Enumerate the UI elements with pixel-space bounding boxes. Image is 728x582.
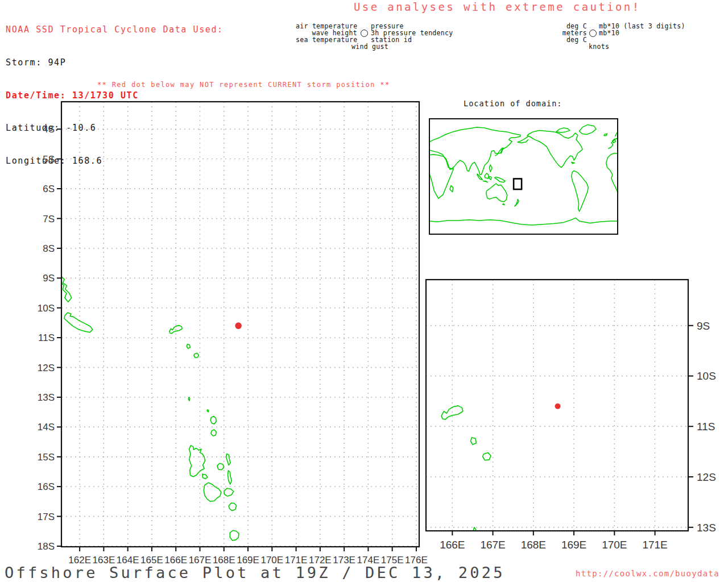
world-britain — [613, 139, 616, 143]
y-tick-label: 11S — [38, 332, 55, 343]
axis-labels: 166E167E168E169E170E171E9S10S11S12S13S — [440, 320, 716, 551]
axis-ticks — [57, 129, 416, 551]
legend-sea-temperature: sea temperature — [296, 37, 357, 44]
y-tick-label: 13S — [697, 522, 716, 534]
island-aoba — [217, 463, 224, 470]
world-canadian-arctic — [556, 128, 570, 132]
world-north-america — [527, 131, 582, 168]
world-coastlines — [429, 124, 618, 225]
island-utupua — [470, 438, 476, 444]
storm-position-warning: ** Red dot below may NOT represent CURRE… — [97, 81, 390, 89]
y-tick-label: 9S — [43, 273, 55, 284]
y-tick-label: 18S — [38, 541, 55, 552]
island-maewo — [226, 454, 231, 465]
x-tick-label: 170E — [602, 539, 627, 551]
world-eurasia — [429, 127, 520, 174]
island-ambrym — [224, 488, 234, 496]
y-tick-label: 11S — [697, 421, 715, 433]
island-gaua — [211, 430, 216, 436]
world-antarctica — [429, 218, 618, 225]
page-title: Offshore Surface Plot at 19Z / DEC 13, 2… — [5, 564, 505, 581]
y-tick-label: 5S — [43, 154, 55, 165]
storm-info-storm: Storm: 94P — [6, 57, 224, 68]
world-australia — [486, 184, 507, 202]
world-location-map — [429, 118, 618, 235]
world-sulawesi — [489, 177, 491, 180]
y-tick-label: 7S — [43, 214, 55, 225]
island-islet-a — [194, 353, 199, 357]
island-espiritu-santo — [189, 446, 205, 477]
world-new-guinea — [495, 177, 506, 182]
y-tick-label: 4S — [43, 124, 55, 135]
zoom-inset-map: 166E167E168E169E170E171E9S10S11S12S13S — [421, 275, 728, 559]
buoydata-link[interactable]: http://coolwx.com/buoydata — [576, 569, 719, 578]
world-new-zealand — [515, 199, 519, 206]
island-epi — [229, 503, 237, 511]
world-borneo — [485, 173, 489, 178]
station-plot-legend: air temperature pressure wave height 3h … — [296, 23, 453, 50]
x-tick-label: 166E — [440, 539, 465, 551]
x-tick-label: 167E — [480, 539, 505, 551]
y-tick-label: 8S — [43, 243, 55, 254]
island-islet-a — [483, 452, 491, 460]
world-philippines — [489, 165, 492, 172]
world-java — [483, 181, 487, 182]
island-islet-c — [207, 410, 209, 412]
storm-info-source: NOAA SSD Tropical Cyclone Data Used: — [6, 24, 224, 35]
y-tick-label: 12S — [38, 363, 55, 373]
storm-position-dot — [235, 322, 242, 329]
coastlines — [421, 322, 559, 559]
y-tick-label: 10S — [38, 303, 55, 314]
y-tick-label: 9S — [697, 320, 710, 332]
y-tick-label: 17S — [38, 512, 55, 522]
world-iceland — [604, 134, 607, 136]
island-malo — [202, 474, 208, 479]
x-tick-label: 171E — [642, 539, 667, 551]
main-surface-map: 162E163E164E165E166E167E168E169E170E171E… — [34, 97, 432, 568]
axis-labels: 162E163E164E165E166E167E168E169E170E171E… — [38, 124, 428, 566]
island-pentecost — [228, 471, 232, 484]
island-solomons-sliver — [60, 276, 72, 302]
caution-banner: Use analyses with extreme caution! — [354, 1, 641, 13]
island-vanikoro — [441, 406, 463, 419]
world-inset-title: Location of domain: — [464, 99, 562, 108]
station-circle-icon — [361, 30, 368, 37]
unit-knots: knots — [547, 44, 685, 51]
coastlines — [60, 276, 239, 541]
x-tick-label: 168E — [521, 539, 546, 551]
world-tasmania — [503, 203, 505, 205]
y-tick-label: 14S — [38, 422, 55, 433]
unit-deg-c-sea: deg C — [547, 37, 587, 44]
x-tick-label: 169E — [561, 539, 586, 551]
units-legend: deg C mb*10 (last 3 digits) meters mb*10… — [547, 23, 685, 50]
island-malakula — [204, 483, 221, 501]
world-africa-left — [429, 155, 454, 198]
world-africa-right — [606, 153, 618, 194]
world-greenland — [580, 124, 597, 134]
world-madagascar — [450, 185, 453, 192]
y-tick-label: 13S — [38, 392, 55, 403]
units-circle-icon — [589, 30, 597, 37]
island-islet-b — [188, 397, 190, 401]
island-utupua — [187, 344, 190, 348]
world-south-america — [572, 171, 589, 211]
y-tick-label: 10S — [697, 370, 716, 382]
world-cuba — [572, 162, 575, 163]
domain-box — [514, 178, 522, 189]
y-tick-label: 16S — [38, 481, 55, 492]
storm-position-dot — [555, 404, 561, 409]
y-tick-label: 15S — [38, 452, 55, 463]
legend-wind-gust: wind gust — [296, 44, 453, 51]
island-makira — [64, 313, 93, 332]
axis-ticks — [452, 326, 693, 535]
y-tick-label: 6S — [43, 184, 55, 194]
world-frame — [429, 119, 618, 234]
island-vanua-lava — [210, 416, 216, 424]
unit-mb10-tendency: mb*10 — [599, 30, 685, 37]
y-tick-label: 12S — [697, 471, 716, 483]
island-efate — [230, 530, 239, 541]
